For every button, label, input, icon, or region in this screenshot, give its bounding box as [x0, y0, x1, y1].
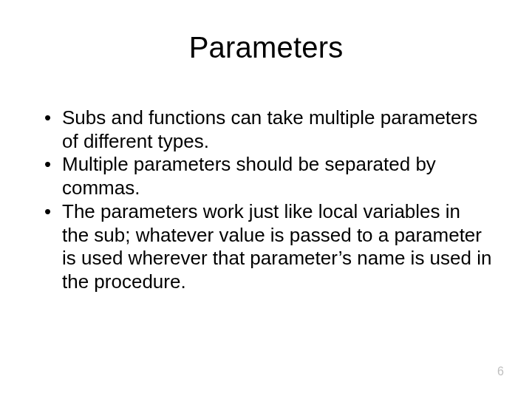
bullet-text: Subs and functions can take multiple par…	[62, 106, 477, 152]
list-item: Subs and functions can take multiple par…	[40, 106, 492, 153]
slide-body: Subs and functions can take multiple par…	[40, 106, 492, 294]
slide-title: Parameters	[0, 31, 532, 64]
page-number: 6	[497, 365, 504, 378]
list-item: Multiple parameters should be separated …	[40, 153, 492, 200]
list-item: The parameters work just like local vari…	[40, 200, 492, 294]
bullet-list: Subs and functions can take multiple par…	[40, 106, 492, 294]
slide: Parameters Subs and functions can take m…	[0, 0, 532, 399]
bullet-text: Multiple parameters should be separated …	[62, 153, 436, 199]
bullet-text: The parameters work just like local vari…	[62, 200, 491, 293]
